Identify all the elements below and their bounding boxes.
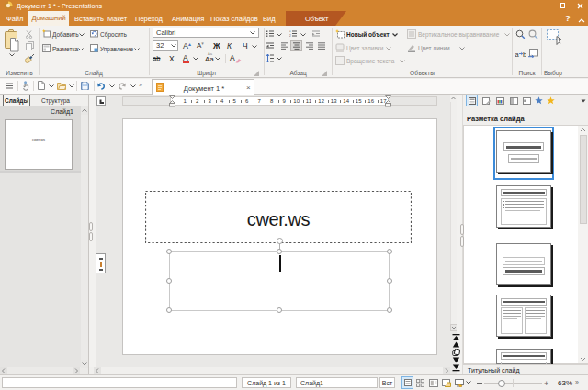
svg-text:2: 2 bbox=[289, 34, 291, 37]
svg-text:b: b bbox=[523, 50, 526, 59]
svg-text:1: 1 bbox=[289, 30, 291, 33]
svg-text:a: a bbox=[515, 50, 520, 59]
